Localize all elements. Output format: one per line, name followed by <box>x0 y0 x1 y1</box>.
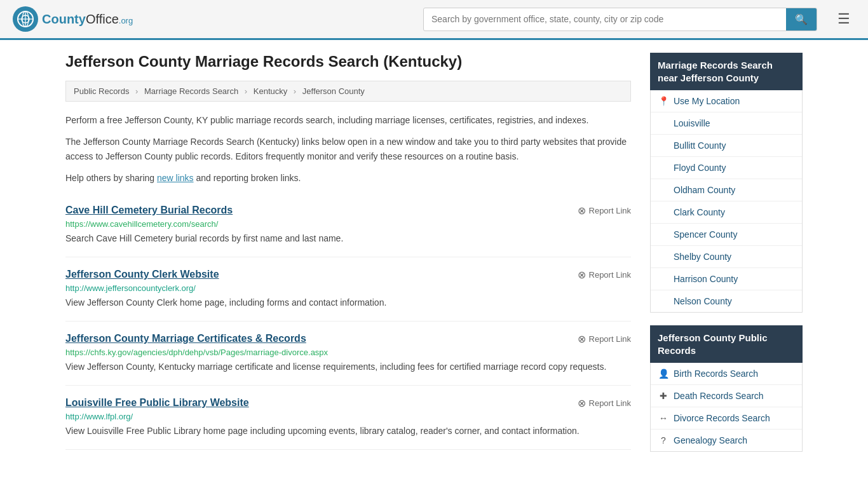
content-wrapper: Jefferson County Marriage Records Search… <box>53 40 815 464</box>
header: CountyOffice.org 🔍 ☰ <box>0 0 868 40</box>
sidebar-item-birth-records[interactable]: 👤 Birth Records Search <box>651 363 802 385</box>
sidebar-public-records-body: 👤 Birth Records Search ✚ Death Records S… <box>650 363 803 452</box>
record-url[interactable]: http://www.lfpl.org/ <box>65 412 631 421</box>
report-link[interactable]: ⊗ Report Link <box>578 269 631 281</box>
sidebar-public-records-title: Jefferson County Public Records <box>650 325 803 363</box>
report-label: Report Link <box>589 398 631 408</box>
sidebar-item-use-location[interactable]: 📍 Use My Location <box>651 90 802 112</box>
record-entry: Louisville Free Public Library Website ⊗… <box>65 386 631 450</box>
record-entry: Jefferson County Clerk Website ⊗ Report … <box>65 257 631 322</box>
page-title: Jefferson County Marriage Records Search… <box>65 53 631 71</box>
sidebar-label-shelby: Shelby County <box>674 252 731 262</box>
report-label: Report Link <box>589 334 631 344</box>
logo[interactable]: CountyOffice.org <box>13 6 133 32</box>
record-header: Jefferson County Marriage Certificates &… <box>65 333 631 345</box>
sidebar-label-nelson: Nelson County <box>674 296 732 306</box>
description-1: Perform a free Jefferson County, KY publ… <box>65 113 631 127</box>
sidebar-label-genealogy: Genealogy Search <box>674 435 747 445</box>
search-area: 🔍 <box>423 8 817 31</box>
sidebar-item-floyd-county[interactable]: Floyd County <box>651 157 802 179</box>
record-title[interactable]: Jefferson County Marriage Certificates &… <box>65 333 306 344</box>
breadcrumb-marriage-records[interactable]: Marriage Records Search <box>144 86 238 96</box>
record-desc: View Jefferson County Clerk home page, i… <box>65 296 631 309</box>
sidebar-item-shelby-county[interactable]: Shelby County <box>651 246 802 268</box>
sidebar-item-spencer-county[interactable]: Spencer County <box>651 224 802 246</box>
description-2: The Jefferson County Marriage Records Se… <box>65 135 631 163</box>
breadcrumb-current: Jefferson County <box>302 86 365 96</box>
sidebar-item-nelson-county[interactable]: Nelson County <box>651 290 802 312</box>
breadcrumb: Public Records › Marriage Records Search… <box>65 81 631 102</box>
sidebar-label-spencer: Spencer County <box>674 229 737 240</box>
sidebar-label-oldham: Oldham County <box>674 185 735 195</box>
record-url[interactable]: https://www.cavehillcemetery.com/search/ <box>65 219 631 229</box>
report-link[interactable]: ⊗ Report Link <box>578 205 631 217</box>
sidebar-item-louisville[interactable]: Louisville <box>651 112 802 135</box>
menu-button[interactable]: ☰ <box>832 8 855 30</box>
sidebar-item-death-records[interactable]: ✚ Death Records Search <box>651 385 802 407</box>
sidebar-item-divorce-records[interactable]: ↔ Divorce Records Search <box>651 407 802 430</box>
sidebar-nearby-body: 📍 Use My Location Louisville Bullitt Cou… <box>650 90 803 313</box>
sidebar: Marriage Records Search near Jefferson C… <box>650 53 803 464</box>
breadcrumb-public-records[interactable]: Public Records <box>74 86 129 96</box>
record-url[interactable]: http://www.jeffersoncountyclerk.org/ <box>65 283 631 293</box>
report-label: Report Link <box>589 270 631 280</box>
breadcrumb-sep-3: › <box>294 86 296 96</box>
sidebar-label-bullitt: Bullitt County <box>674 140 726 151</box>
logo-icon <box>13 6 38 32</box>
record-title[interactable]: Louisville Free Public Library Website <box>65 397 249 409</box>
search-button[interactable]: 🔍 <box>786 8 817 30</box>
sidebar-nearby-section: Marriage Records Search near Jefferson C… <box>650 53 803 313</box>
sidebar-nearby-title: Marriage Records Search near Jefferson C… <box>650 53 803 90</box>
record-url[interactable]: https://chfs.ky.gov/agencies/dph/dehp/vs… <box>65 348 631 357</box>
record-entry: Jefferson County Marriage Certificates &… <box>65 322 631 386</box>
sidebar-label-birth: Birth Records Search <box>674 369 758 379</box>
description-3: Help others by sharing new links and rep… <box>65 171 631 185</box>
sidebar-item-oldham-county[interactable]: Oldham County <box>651 179 802 201</box>
report-label: Report Link <box>589 206 631 215</box>
report-icon: ⊗ <box>578 397 586 409</box>
sidebar-label-divorce: Divorce Records Search <box>674 413 770 423</box>
genealogy-icon: ? <box>658 435 668 445</box>
record-title[interactable]: Cave Hill Cemetery Burial Records <box>65 205 233 216</box>
record-entry: Cave Hill Cemetery Burial Records ⊗ Repo… <box>65 193 631 257</box>
sidebar-label-harrison: Harrison County <box>674 274 738 284</box>
report-link[interactable]: ⊗ Report Link <box>578 397 631 409</box>
sidebar-label-death: Death Records Search <box>674 391 764 401</box>
arrows-icon: ↔ <box>658 413 668 423</box>
new-links-link[interactable]: new links <box>157 173 194 183</box>
record-desc: View Jefferson County, Kentucky marriage… <box>65 360 631 374</box>
breadcrumb-sep-1: › <box>135 86 138 96</box>
cross-icon: ✚ <box>658 391 668 401</box>
location-pin-icon: 📍 <box>658 96 668 106</box>
report-icon: ⊗ <box>578 269 586 281</box>
breadcrumb-kentucky[interactable]: Kentucky <box>254 86 287 96</box>
sidebar-item-bullitt-county[interactable]: Bullitt County <box>651 135 802 157</box>
sidebar-label-clark: Clark County <box>674 207 725 217</box>
report-icon: ⊗ <box>578 333 586 345</box>
record-header: Cave Hill Cemetery Burial Records ⊗ Repo… <box>65 205 631 217</box>
sidebar-label-floyd: Floyd County <box>674 163 726 173</box>
main-content: Jefferson County Marriage Records Search… <box>65 53 631 464</box>
breadcrumb-sep-2: › <box>245 86 247 96</box>
report-icon: ⊗ <box>578 205 586 217</box>
record-header: Louisville Free Public Library Website ⊗… <box>65 397 631 409</box>
sidebar-public-records-section: Jefferson County Public Records 👤 Birth … <box>650 325 803 452</box>
sidebar-label-louisville: Louisville <box>674 118 710 128</box>
sidebar-item-clark-county[interactable]: Clark County <box>651 201 802 224</box>
record-header: Jefferson County Clerk Website ⊗ Report … <box>65 269 631 281</box>
report-link[interactable]: ⊗ Report Link <box>578 333 631 345</box>
record-desc: View Louisville Free Public Library home… <box>65 424 631 438</box>
search-input[interactable] <box>424 9 786 29</box>
person-icon: 👤 <box>658 369 668 379</box>
sidebar-item-genealogy[interactable]: ? Genealogy Search <box>651 430 802 451</box>
logo-text: CountyOffice.org <box>42 12 133 27</box>
record-desc: Search Cave Hill Cemetery burial records… <box>65 232 631 245</box>
records-list: Cave Hill Cemetery Burial Records ⊗ Repo… <box>65 193 631 450</box>
use-location-label: Use My Location <box>674 96 740 106</box>
record-title[interactable]: Jefferson County Clerk Website <box>65 269 219 280</box>
sidebar-item-harrison-county[interactable]: Harrison County <box>651 268 802 290</box>
